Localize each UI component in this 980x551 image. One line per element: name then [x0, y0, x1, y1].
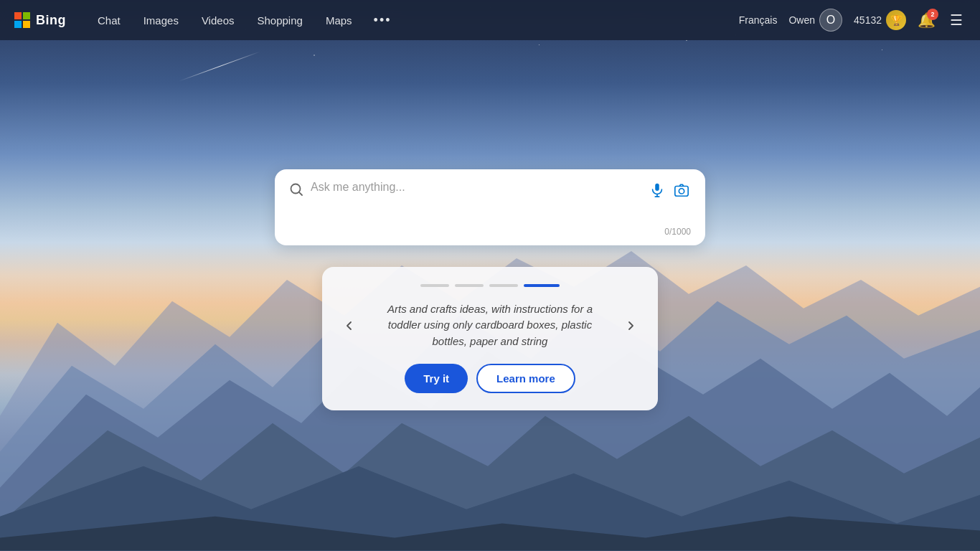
- learn-more-button[interactable]: Learn more: [476, 364, 575, 393]
- reward-icon: 🏆: [886, 10, 906, 30]
- try-it-button[interactable]: Try it: [405, 364, 468, 393]
- suggestion-text: Arts and crafts ideas, with instructions…: [371, 301, 609, 350]
- microphone-button[interactable]: [648, 181, 666, 204]
- nav-images[interactable]: Images: [133, 9, 189, 32]
- svg-line-7: [299, 192, 302, 195]
- ms-logo-q1: [14, 12, 22, 19]
- search-row: [289, 181, 691, 224]
- dot-3: [489, 284, 518, 287]
- dot-2: [455, 284, 484, 287]
- score-number: 45132: [854, 14, 882, 26]
- card-nav: Arts and crafts ideas, with instructions…: [336, 301, 644, 350]
- char-count: 0/1000: [664, 227, 691, 237]
- search-icon: [289, 182, 303, 200]
- next-suggestion-button[interactable]: [618, 313, 644, 339]
- notification-badge: 2: [927, 9, 938, 20]
- nav-chat[interactable]: Chat: [88, 9, 131, 32]
- nav-maps[interactable]: Maps: [316, 9, 362, 32]
- user-area[interactable]: Owen O: [788, 9, 842, 32]
- prev-suggestion-button[interactable]: [336, 313, 362, 339]
- suggestion-card: Arts and crafts ideas, with instructions…: [322, 267, 658, 411]
- user-initial: O: [826, 14, 835, 27]
- ms-logo-q3: [14, 21, 22, 28]
- dot-1: [420, 284, 449, 287]
- svg-rect-11: [675, 186, 688, 196]
- progress-dots: [336, 284, 644, 287]
- search-input[interactable]: [311, 181, 641, 224]
- ms-logo-q2: [23, 12, 30, 19]
- user-avatar: O: [819, 9, 842, 32]
- microsoft-logo: [14, 12, 30, 28]
- nav-links: Chat Images Videos Shopping Maps •••: [88, 7, 739, 34]
- bing-logo-text: Bing: [36, 13, 66, 28]
- search-container: 0/1000: [275, 169, 705, 245]
- nav-shopping[interactable]: Shopping: [247, 9, 312, 32]
- svg-point-12: [679, 188, 684, 193]
- score-area[interactable]: 45132 🏆: [854, 10, 906, 30]
- dot-4-active: [524, 284, 560, 287]
- main-content: 0/1000 Arts and crafts ideas, with instr…: [0, 0, 980, 551]
- svg-rect-8: [655, 184, 659, 191]
- card-buttons: Try it Learn more: [336, 364, 644, 393]
- nav-right: Français Owen O 45132 🏆 🔔 2 ☰: [739, 9, 966, 32]
- ms-logo-q4: [23, 21, 30, 28]
- nav-more-button[interactable]: •••: [365, 7, 400, 34]
- nav-videos[interactable]: Videos: [192, 9, 245, 32]
- logo-area[interactable]: Bing: [14, 12, 66, 28]
- search-actions: [648, 181, 691, 204]
- language-button[interactable]: Français: [739, 14, 778, 26]
- camera-button[interactable]: [672, 181, 691, 204]
- user-name: Owen: [788, 14, 815, 26]
- navbar: Bing Chat Images Videos Shopping Maps ••…: [0, 0, 980, 40]
- search-footer: 0/1000: [289, 227, 691, 237]
- notification-area[interactable]: 🔔 2: [918, 11, 936, 29]
- hamburger-menu-button[interactable]: ☰: [947, 9, 966, 32]
